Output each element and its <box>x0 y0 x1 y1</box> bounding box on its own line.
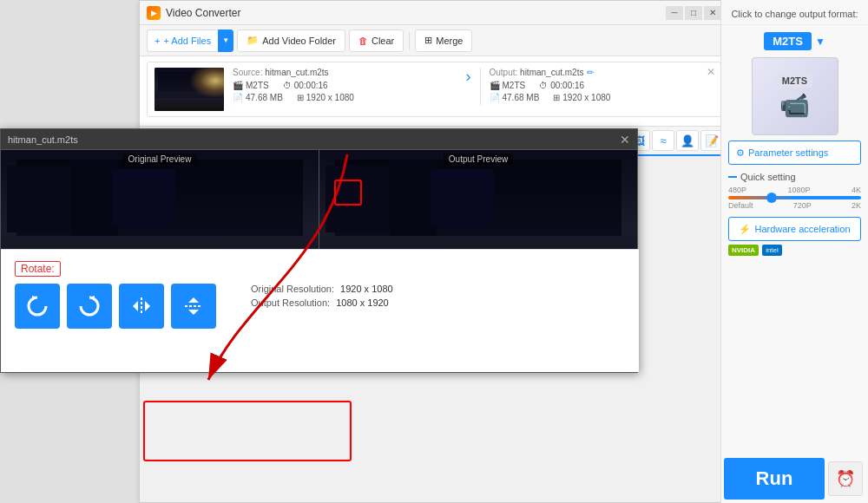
res-icon: ⊞ <box>297 93 304 102</box>
right-panel-header: Click to change output format: <box>721 0 868 25</box>
original-preview-label: Original Preview <box>123 154 197 165</box>
quality-labels-top: 480P 1080P 4K <box>728 186 861 194</box>
file-thumbnail <box>155 68 224 111</box>
output-res-icon: ⊞ <box>553 93 560 102</box>
source-duration-value: ⏱ 00:00:16 <box>283 81 328 90</box>
clear-button[interactable]: 🗑 Clear <box>349 29 404 52</box>
intel-badge: intel <box>762 245 782 256</box>
flip-v-icon <box>181 294 206 318</box>
app-icon: ▶ <box>147 6 161 20</box>
output-resolution-value: ⊞ 1920 x 1080 <box>553 93 610 102</box>
resolution-info: Original Resolution: 1920 x 1080 Output … <box>251 284 393 308</box>
file-list: Source: hitman_cut.m2ts 🎬 M2TS ⏱ 00:00:1… <box>140 56 728 127</box>
rotate-ccw-button[interactable] <box>15 284 60 329</box>
svg-marker-3 <box>133 301 138 311</box>
toolbar-divider <box>409 32 410 49</box>
run-btn-area: Run ⏰ <box>720 454 868 503</box>
add-files-control[interactable]: + + Add Files ▼ <box>147 29 233 52</box>
hw-accel-button[interactable]: ⚡ Hardware acceleration <box>728 217 861 241</box>
rotate-label: Rotate: <box>15 261 61 277</box>
svg-marker-4 <box>145 301 150 311</box>
timer-button[interactable]: ⏰ <box>828 461 863 496</box>
source-size-value: 📄 47.68 MB <box>233 93 283 102</box>
edit-icon[interactable]: ✏ <box>587 68 594 77</box>
convert-arrow: › <box>457 68 480 86</box>
rotate-dialog: Rotate: <box>1 249 639 372</box>
source-info: Source: hitman_cut.m2ts 🎬 M2TS ⏱ 00:00:1… <box>233 68 457 105</box>
svg-marker-6 <box>188 297 199 303</box>
source-format-value: 🎬 M2TS <box>233 81 269 90</box>
preview-close-button[interactable]: ✕ <box>620 133 630 147</box>
param-icon: ⚙ <box>736 147 745 159</box>
app-title: Video Converter <box>166 7 666 19</box>
run-button[interactable]: Run <box>724 458 825 500</box>
output-size-value: 📄 47.68 MB <box>490 93 540 102</box>
preview-title: hitman_cut.m2ts <box>8 134 620 145</box>
param-settings-button[interactable]: ⚙ Parameter settings <box>728 140 861 165</box>
add-files-button[interactable]: + + Add Files <box>147 29 218 52</box>
output-clock-icon: ⏱ <box>539 81 548 90</box>
speed-button[interactable]: ≈ <box>652 130 674 151</box>
format-selector: M2TS ▼ <box>721 25 868 57</box>
folder-icon: 📁 <box>247 35 259 46</box>
quality-labels-bottom: Default 720P 2K <box>728 201 861 210</box>
clock-icon: ⏱ <box>283 81 292 90</box>
title-bar: ▶ Video Converter ─ □ ✕ <box>140 1 728 25</box>
file-item: Source: hitman_cut.m2ts 🎬 M2TS ⏱ 00:00:1… <box>147 62 721 117</box>
enhance-button[interactable]: 👤 <box>676 130 699 151</box>
output-preview-label: Output Preview <box>444 154 513 165</box>
trash-icon: 🗑 <box>358 36 368 46</box>
file-icon: 📄 <box>233 93 243 102</box>
minimize-button[interactable]: ─ <box>666 6 683 20</box>
flip-h-button[interactable] <box>119 284 164 329</box>
main-toolbar: + + Add Files ▼ 📁 Add Video Folder 🗑 Cle… <box>140 25 728 56</box>
format-badge: M2TS <box>764 32 812 50</box>
logo-badges: NVIDIA intel <box>721 241 868 259</box>
format-icon: M2TS 📹 <box>752 57 838 135</box>
output-file-icon: 📄 <box>490 93 500 102</box>
right-panel: Click to change output format: M2TS ▼ M2… <box>720 0 868 503</box>
svg-marker-7 <box>188 310 199 315</box>
add-folder-button[interactable]: 📁 Add Video Folder <box>237 29 345 52</box>
flip-h-icon <box>129 294 154 318</box>
preview-title-bar: hitman_cut.m2ts ✕ <box>1 129 637 150</box>
rotate-cw-button[interactable] <box>67 284 112 329</box>
rotate-cw-icon <box>77 294 102 318</box>
output-duration-value: ⏱ 00:00:16 <box>539 81 584 90</box>
merge-icon: ⊞ <box>424 35 432 46</box>
plus-icon: + <box>155 36 160 46</box>
output-format-value: 🎬 M2TS <box>490 81 526 90</box>
rotate-ccw-icon <box>25 294 49 318</box>
maximize-button[interactable]: □ <box>685 6 702 20</box>
source-resolution-value: ⊞ 1920 x 1080 <box>297 93 354 102</box>
nvidia-badge: NVIDIA <box>728 245 759 256</box>
quick-setting-line-icon <box>728 176 737 178</box>
quality-slider-area: 480P 1080P 4K Default 720P 2K <box>721 186 868 210</box>
add-files-dropdown-arrow[interactable]: ▼ <box>218 29 233 52</box>
format-icon: 🎬 <box>233 81 243 90</box>
merge-button[interactable]: ⊞ Merge <box>415 29 472 52</box>
quality-slider-thumb[interactable] <box>766 193 777 203</box>
timer-icon: ⏰ <box>836 469 855 488</box>
format-dropdown-arrow[interactable]: ▼ <box>815 36 825 48</box>
add-files-label: + Add Files <box>163 36 211 46</box>
preview-window: hitman_cut.m2ts ✕ Original Preview <box>0 128 638 373</box>
quality-slider-track[interactable] <box>728 196 861 199</box>
file-close-button[interactable]: ✕ <box>705 66 717 78</box>
output-format-icon: 🎬 <box>490 81 500 90</box>
flip-v-button[interactable] <box>171 284 216 329</box>
close-button[interactable]: ✕ <box>704 6 721 20</box>
output-info: Output: hitman_cut.m2ts ✏ 🎬 M2TS ⏱ 00:00… <box>480 68 714 105</box>
hw-accel-icon: ⚡ <box>739 224 751 235</box>
quick-setting-label: Quick setting <box>721 165 868 186</box>
rotate-buttons <box>15 284 216 329</box>
